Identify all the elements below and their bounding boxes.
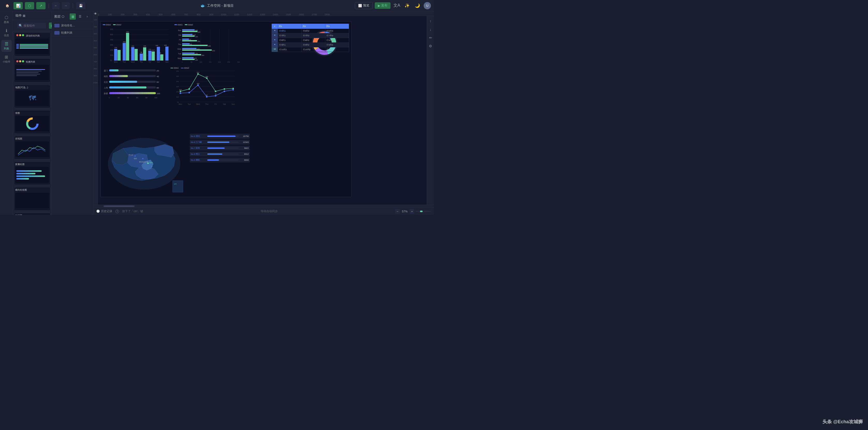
- ruler-container: 👁 0 100 200 300 400 500 600 700 800 900 …: [93, 11, 434, 16]
- sidebar-item-list[interactable]: ☰ 列表: [1, 40, 12, 52]
- download-button[interactable]: ↓: [428, 26, 434, 33]
- sidebar-item-widget[interactable]: ⊞ 小组件: [1, 53, 12, 65]
- td-col3: 行6列3: [325, 29, 349, 33]
- svg-text:80: 80: [141, 52, 142, 53]
- scroll-rank-component[interactable]: 滚动排名列表: [14, 32, 51, 56]
- svg-point-159: [232, 89, 234, 91]
- svg-text:250: 250: [110, 39, 113, 41]
- layers-list-button[interactable]: ☰: [77, 13, 83, 20]
- user-avatar[interactable]: U: [424, 2, 431, 9]
- svg-point-147: [188, 88, 190, 90]
- chart-tool-button[interactable]: 📊: [13, 2, 23, 9]
- v-ruler-mark: 1000: [93, 82, 98, 84]
- line-component[interactable]: 折线图: [14, 136, 51, 159]
- zoom-out-button[interactable]: −: [395, 209, 400, 214]
- ruler-mark: 1500: [283, 13, 296, 16]
- td-col1: 行7列1: [278, 33, 302, 38]
- svg-rect-69: [182, 29, 195, 31]
- help-button[interactable]: ?: [116, 210, 119, 213]
- svg-point-156: [206, 96, 208, 97]
- svg-text:郑州: 郑州: [149, 162, 153, 163]
- publish-button[interactable]: ▶ 发布: [375, 2, 391, 9]
- zoom-slider-thumb[interactable]: [420, 211, 423, 212]
- svg-text:120: 120: [179, 89, 182, 91]
- v-ruler-mark: 700: [94, 61, 97, 63]
- layers-grid-button[interactable]: ▦: [70, 13, 76, 20]
- svg-text:Tue: Tue: [178, 53, 181, 55]
- svg-text:100: 100: [154, 97, 157, 99]
- svg-point-153: [180, 92, 181, 94]
- collapse-button[interactable]: ›: [84, 13, 90, 20]
- svg-rect-29: [165, 47, 168, 61]
- svg-text:100: 100: [176, 96, 179, 98]
- magic-button[interactable]: ✨: [403, 2, 411, 10]
- svg-text:160: 160: [198, 31, 200, 33]
- svg-text:130: 130: [114, 47, 117, 49]
- toolbar-divider2: [73, 3, 73, 8]
- history-button[interactable]: 🕐 历史记录: [96, 209, 112, 213]
- svg-point-146: [180, 91, 181, 92]
- ruler-mark: 1600: [296, 13, 309, 16]
- scroll-thumb[interactable]: [103, 206, 134, 207]
- svg-text:160: 160: [164, 44, 167, 46]
- nav-next-button[interactable]: →: [62, 2, 70, 9]
- home-button[interactable]: 🏠: [3, 2, 11, 10]
- ranking-label: No.6 漯河: [191, 135, 206, 137]
- svg-text:60: 60: [206, 94, 208, 96]
- settings-button[interactable]: ⚙: [428, 43, 434, 49]
- search-input[interactable]: [24, 24, 44, 27]
- dashboard[interactable]: data1 data2 350 300 250 200 150 100 50: [100, 21, 351, 197]
- td-col2: 行8列2: [302, 38, 326, 42]
- ranking-bar-track: [207, 148, 239, 149]
- hbar-component[interactable]: 横向柱状图: [14, 187, 51, 211]
- td-col2: 行6列2: [302, 29, 326, 33]
- preview-icon: ⬜: [358, 4, 362, 7]
- td-col2: 行7列2: [302, 33, 326, 38]
- arrow-tool-button[interactable]: ↗: [36, 2, 45, 9]
- layer-item-carousel[interactable]: 轮播列表: [52, 29, 93, 36]
- bar-component[interactable]: 柱状图: [14, 213, 51, 215]
- theme-button[interactable]: 🌙: [413, 2, 422, 10]
- sync-status: 等待自动同步: [260, 209, 278, 213]
- ruler-mark: 500: [155, 13, 168, 16]
- svg-point-178: [134, 155, 135, 156]
- ruler-mark: 200: [117, 13, 130, 16]
- bar-chart-svg: 350 300 250 200 150 100 50: [103, 27, 170, 63]
- bottom-bar: 🕐 历史记录 ? 按下了「ctrl」键 等待自动同步 − 57% +: [93, 207, 434, 215]
- svg-rect-25: [148, 51, 151, 61]
- sidebar-item-chart[interactable]: ⬡ 图表: [1, 13, 12, 26]
- preview-button[interactable]: ⬜ 预览: [355, 2, 373, 9]
- comp-preview-carousel: [15, 65, 49, 80]
- pie-component[interactable]: 饼图: [14, 110, 51, 134]
- svg-rect-81: [182, 57, 193, 59]
- layers-title-text: 图层: [54, 14, 61, 19]
- layer-item-scroll-rank[interactable]: 滚动排名...: [52, 22, 93, 29]
- horizontal-scrollbar[interactable]: [93, 205, 434, 207]
- sidebar-item-info[interactable]: ℹ 信息: [1, 27, 12, 39]
- td-num-highlight: 10: [272, 47, 278, 52]
- carousel-component[interactable]: 轮播列表: [14, 59, 51, 83]
- edit-button[interactable]: ✏: [428, 35, 434, 41]
- capsule-component[interactable]: 胶囊柱图: [14, 161, 51, 185]
- list-icon: ☰: [5, 41, 8, 46]
- svg-rect-17: [114, 49, 117, 61]
- eye-button[interactable]: 👁: [93, 11, 98, 16]
- svg-text:章阳地区台市: 章阳地区台市: [139, 161, 148, 163]
- translate-button[interactable]: 文A: [393, 2, 401, 10]
- svg-text:110: 110: [149, 49, 151, 50]
- nav-prev-button[interactable]: ←: [52, 2, 60, 9]
- svg-text:100: 100: [199, 61, 203, 63]
- publish-icon: ▶: [378, 4, 380, 7]
- comp-preview-map: 🗺: [15, 90, 49, 106]
- upload-button[interactable]: ↑: [428, 18, 434, 24]
- zoom-in-button[interactable]: +: [410, 209, 414, 214]
- svg-rect-120: [109, 86, 147, 89]
- map-component[interactable]: 地图(可选...) 🗺: [14, 85, 51, 108]
- layer-tool-button[interactable]: ⬡: [25, 2, 34, 9]
- app-icon: 🐟: [200, 3, 206, 8]
- zoom-slider-track[interactable]: [415, 211, 431, 212]
- svg-point-150: [215, 91, 216, 92]
- save-button[interactable]: 💾: [76, 2, 85, 9]
- th-num: #: [272, 24, 278, 29]
- layer-label-1: 滚动排名...: [61, 24, 75, 27]
